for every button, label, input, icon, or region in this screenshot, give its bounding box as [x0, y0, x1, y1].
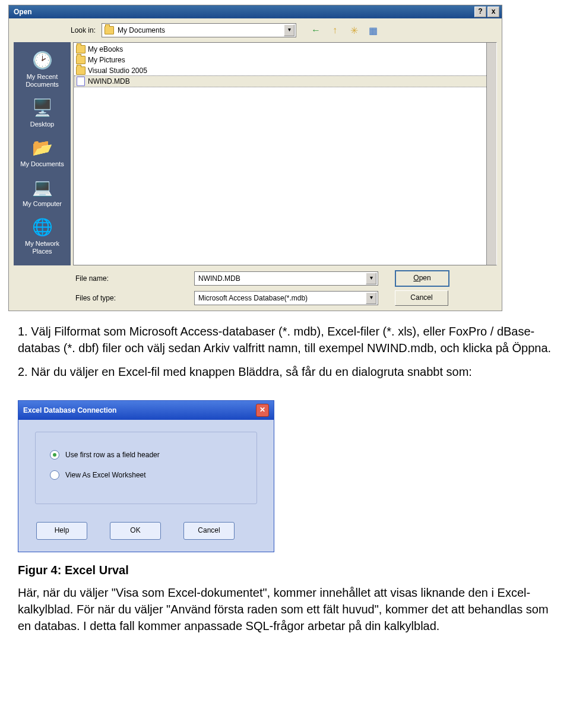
radio-label: Use first row as a field header — [65, 451, 160, 459]
close-icon[interactable]: ✕ — [256, 404, 269, 417]
look-in-label: Look in: — [71, 26, 96, 34]
paragraph: Här, när du väljer "Visa som Excel-dokum… — [18, 584, 552, 634]
dialog-title: Open — [14, 8, 32, 16]
list-item[interactable]: My eBooks — [75, 44, 495, 55]
file-name: NWIND.MDB — [88, 77, 130, 86]
radio-dot-icon — [50, 450, 59, 460]
look-in-combo[interactable]: My Documents ▾ — [102, 23, 296, 37]
close-button[interactable]: x — [487, 7, 499, 17]
file-type-label: Files of type: — [14, 294, 194, 302]
file-name-label: File name: — [14, 274, 194, 283]
vertical-scrollbar[interactable] — [486, 43, 496, 265]
figure-caption: Figur 4: Excel Urval — [18, 562, 552, 578]
desktop-icon: 🖥️ — [30, 97, 54, 118]
radio-view-as-worksheet[interactable]: View As Excel Worksheet — [50, 470, 242, 480]
file-name-value: NWIND.MDB — [198, 274, 240, 283]
chevron-down-icon[interactable]: ▾ — [366, 292, 376, 304]
file-name: Visual Studio 2005 — [88, 67, 147, 75]
place-my-computer[interactable]: 💻 My Computer — [14, 173, 70, 211]
place-label: My Recent Documents — [15, 73, 69, 88]
folder-icon — [104, 26, 114, 34]
place-network[interactable]: 🌐 My Network Places — [14, 213, 70, 259]
document-body: Figur 4: Excel Urval Här, när du väljer … — [0, 562, 570, 652]
radio-first-row-header[interactable]: Use first row as a field header — [50, 450, 242, 460]
place-label: Desktop — [15, 121, 69, 128]
documents-icon: 📂 — [30, 137, 54, 158]
excel-db-connection-dialog: Excel Database Connection ✕ Use first ro… — [18, 400, 274, 552]
file-name-combo[interactable]: NWIND.MDB ▾ — [194, 271, 378, 286]
option-group: Use first row as a field header View As … — [35, 432, 257, 504]
dialog-title: Excel Database Connection — [23, 406, 116, 414]
radio-dot-icon — [50, 470, 59, 480]
look-in-value: My Documents — [118, 26, 165, 34]
views-icon[interactable]: ▦ — [366, 24, 379, 37]
open-dialog: Open ? x Look in: My Documents ▾ ← ↑ ✳ ▦ — [8, 5, 502, 311]
folder-icon — [76, 55, 86, 65]
place-my-documents[interactable]: 📂 My Documents — [14, 133, 70, 172]
titlebar: Open ? x — [9, 5, 502, 18]
paragraph: 1. Välj Filformat som Microsoft Access-d… — [18, 323, 552, 356]
file-type-combo[interactable]: Microsoft Access Database(*.mdb) ▾ — [194, 291, 378, 305]
list-item[interactable]: My Pictures — [75, 55, 495, 65]
place-desktop[interactable]: 🖥️ Desktop — [14, 93, 70, 132]
cancel-button[interactable]: Cancel — [183, 522, 235, 540]
recent-icon: 🕑 — [30, 49, 54, 71]
help-button[interactable]: ? — [474, 7, 486, 17]
list-item[interactable]: Visual Studio 2005 — [75, 65, 495, 76]
ok-button[interactable]: OK — [110, 522, 161, 540]
file-name: My eBooks — [88, 45, 123, 53]
place-label: My Computer — [15, 200, 69, 208]
cancel-button[interactable]: Cancel — [395, 290, 448, 306]
up-one-level-icon[interactable]: ↑ — [328, 24, 341, 37]
places-bar: 🕑 My Recent Documents 🖥️ Desktop 📂 My Do… — [14, 42, 71, 265]
list-item-selected[interactable]: NWIND.MDB — [75, 76, 495, 87]
open-button[interactable]: Open — [395, 270, 449, 287]
back-icon[interactable]: ← — [309, 24, 322, 37]
place-recent[interactable]: 🕑 My Recent Documents — [14, 46, 70, 92]
file-list[interactable]: My eBooks My Pictures Visual Studio 2005… — [73, 42, 497, 265]
place-label: My Documents — [15, 160, 69, 168]
radio-label: View As Excel Worksheet — [65, 471, 146, 479]
document-body: 1. Välj Filformat som Microsoft Access-d… — [0, 323, 570, 398]
folder-icon — [76, 66, 86, 75]
chevron-down-icon[interactable]: ▾ — [284, 24, 294, 36]
file-type-value: Microsoft Access Database(*.mdb) — [198, 294, 308, 302]
network-icon: 🌐 — [30, 216, 54, 238]
titlebar: Excel Database Connection ✕ — [18, 401, 274, 420]
folder-icon — [76, 45, 86, 54]
new-folder-icon[interactable]: ✳ — [347, 24, 360, 37]
help-button[interactable]: Help — [36, 522, 87, 540]
place-label: My Network Places — [15, 240, 69, 255]
computer-icon: 💻 — [30, 176, 54, 198]
chevron-down-icon[interactable]: ▾ — [366, 273, 376, 284]
file-name: My Pictures — [88, 56, 125, 64]
paragraph: 2. När du väljer en Excel-fil med knappe… — [18, 363, 552, 380]
database-file-icon — [76, 77, 86, 86]
